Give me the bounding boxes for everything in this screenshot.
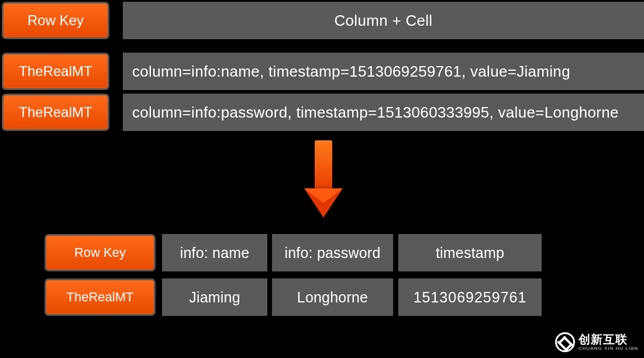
arrow-down-icon (304, 140, 343, 219)
rowkey-cell-1-label: TheRealMT (19, 63, 92, 80)
bottom-data-row: TheRealMT Jiaming Longhorne 151306925976… (44, 278, 542, 316)
cell-text-2-value: column=info:password, timestamp=15130603… (132, 104, 619, 122)
rowkey-cell-2: TheRealMT (2, 94, 109, 131)
bottom-header-row: Row Key info: name info: password timest… (44, 234, 542, 271)
cell-text-1: column=info:name, timestamp=151306925976… (123, 53, 644, 90)
rowkey-header-label: Row Key (27, 12, 84, 29)
col-timestamp-header: timestamp (398, 234, 542, 271)
col-info-password-header: info: password (272, 234, 393, 271)
top-data-row-2: TheRealMT column=info:password, timestam… (0, 94, 644, 133)
col-info-name-header: info: name (162, 234, 267, 271)
brand-logo-en: CHUANG XIN HU LIAN (578, 346, 638, 351)
rowkey-data-bottom-label: TheRealMT (67, 290, 134, 305)
cell-text-1-value: column=info:name, timestamp=151306925976… (132, 63, 570, 81)
cell-info-password: Longhorne (272, 278, 393, 316)
cell-info-name-value: Jiaming (189, 289, 240, 306)
rowkey-header-top: Row Key (2, 2, 109, 39)
col-info-name-header-label: info: name (180, 245, 250, 261)
col-timestamp-header-label: timestamp (436, 245, 504, 261)
rowkey-header-bottom-label: Row Key (74, 245, 126, 260)
cell-text-2: column=info:password, timestamp=15130603… (123, 94, 644, 131)
column-cell-header-label: Column + Cell (335, 12, 433, 30)
rowkey-cell-2-label: TheRealMT (19, 104, 92, 121)
cell-timestamp-value: 1513069259761 (414, 289, 527, 306)
top-data-row-1: TheRealMT column=info:name, timestamp=15… (0, 53, 644, 92)
brand-logo-icon (555, 332, 575, 352)
top-header-row: Row Key Column + Cell (0, 2, 644, 42)
col-info-password-header-label: info: password (285, 245, 381, 261)
rowkey-cell-1: TheRealMT (2, 53, 109, 90)
cell-info-name: Jiaming (162, 278, 267, 316)
rowkey-header-bottom: Row Key (44, 234, 156, 271)
cell-timestamp: 1513069259761 (398, 278, 542, 316)
rowkey-data-bottom: TheRealMT (44, 278, 156, 316)
cell-info-password-value: Longhorne (297, 289, 368, 306)
column-cell-header: Column + Cell (123, 2, 644, 39)
brand-logo-text: 创新互联 CHUANG XIN HU LIAN (578, 333, 638, 351)
brand-logo: 创新互联 CHUANG XIN HU LIAN (555, 332, 638, 352)
brand-logo-cn: 创新互联 (578, 333, 638, 345)
